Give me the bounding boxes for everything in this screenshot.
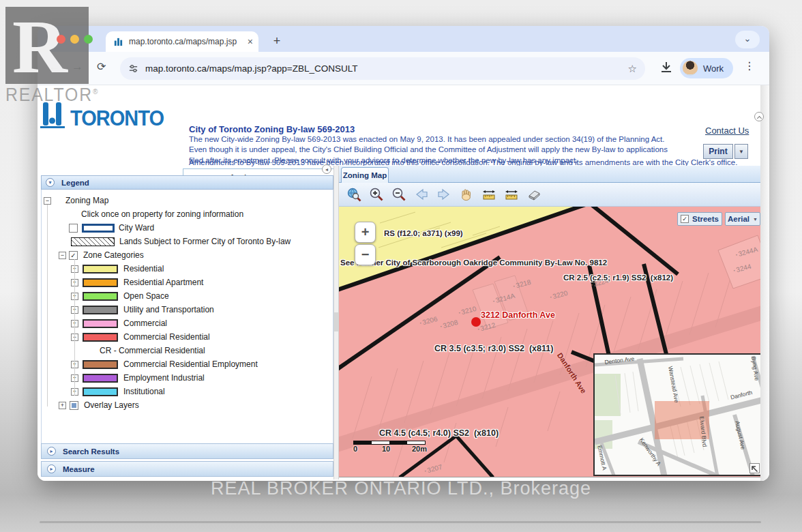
url-text[interactable]: map.toronto.ca/maps/map.jsp?app=ZBL_CONS… [145,63,628,74]
browser-tab[interactable]: map.toronto.ca/maps/map.jsp × [106,31,258,52]
site-favicon [113,37,123,47]
inset-resize-icon[interactable] [749,463,760,473]
traffic-light-maximize[interactable] [84,35,93,44]
expand-expander-icon[interactable]: + [59,402,66,409]
scale-end: 20m [412,445,427,453]
tree-label: Residential Apartment [123,278,203,287]
streets-toggle[interactable]: ✓ Streets [677,212,722,226]
address-bar[interactable]: map.toronto.ca/maps/map.jsp?app=ZBL_CONS… [120,57,645,80]
tree-item-zone[interactable]: + Commercial [42,316,333,330]
map-viewport[interactable]: RS (f12.0; a371) (x99) See Former City o… [339,207,760,477]
measure-panel-header[interactable]: ▸ Measure [41,461,333,477]
zoom-in-tool-icon[interactable] [368,186,385,203]
overlay-layers-checkbox[interactable] [70,401,78,410]
tree-item-overlay-layers[interactable]: + Overlay Layers [42,398,333,412]
tree-item-hint: Click once on property for zoning inform… [42,207,333,221]
search-results-expand-icon[interactable]: ▸ [47,447,56,456]
property-marker-dot [471,317,481,327]
panel-splitter[interactable] [333,166,339,479]
city-ward-checkbox[interactable] [69,224,78,233]
map-toolbar [339,183,760,207]
next-extent-icon[interactable] [436,186,452,203]
tree-item-zone-categories[interactable]: − ✓ Zone Categories [42,248,333,262]
print-button[interactable]: Print ▼ [703,144,748,159]
measure-expand-icon[interactable]: ▸ [47,464,56,473]
bookmark-star-icon[interactable]: ☆ [628,63,637,75]
traffic-light-close[interactable] [57,35,65,44]
tree-label: Open Space [123,291,169,301]
site-info-icon[interactable] [128,63,138,74]
collapse-header-icon[interactable] [754,112,764,121]
pan-hand-icon[interactable] [458,186,475,203]
tree-item-zone[interactable]: − Commercial Residential [42,330,333,344]
page-content: TORONTO City of Toronto Zoning By-law 56… [38,85,769,481]
tree-connector [47,205,48,407]
zone-label-cr35: CR 3.5 (c3.5; r3.0) SS2 (x811) [434,344,553,353]
previous-extent-icon[interactable] [413,186,430,203]
aerial-dropdown[interactable]: Aerial ▼ [725,212,760,226]
tree-item-cr-child[interactable]: CR - Commercial Residential [42,344,333,357]
legend-collapse-icon[interactable]: ▾ [46,178,55,187]
print-label[interactable]: Print [703,144,733,159]
inset-canvas [595,355,760,476]
tree-label: Commercial Residential Employment [123,359,258,369]
browser-profile-button[interactable]: Work [680,58,733,78]
tree-item-zone[interactable]: + Residential [42,262,333,276]
map-tab-bar: Zoning Map [339,166,760,183]
reload-icon[interactable]: ⟳ [97,60,106,73]
splitter-collapse-icon[interactable]: ◂ [322,164,331,174]
contact-us-link[interactable]: Contact Us [705,125,749,136]
tab-close-icon[interactable]: × [248,36,253,47]
map-zoom-out-button[interactable]: − [355,244,376,265]
city-ward-swatch [82,224,115,233]
traffic-light-minimize[interactable] [70,35,79,44]
measure-area-icon[interactable] [503,186,520,203]
tree-label: Lands Subject to Former City of Toronto … [119,237,291,246]
realtor-word: REALTOR [5,85,93,105]
download-icon[interactable] [659,61,673,74]
tree-item-zone[interactable]: + Residential Apartment [42,276,333,289]
eraser-icon[interactable] [526,186,542,203]
tree-item-zoning-map[interactable]: − Zoning Map [42,194,333,207]
tree-label: City Ward [119,223,154,233]
tree-label: Residential [123,264,164,274]
registered-symbol: ® [93,87,99,95]
map-zoom-in-button[interactable]: + [355,222,376,243]
tree-label: Overlay Layers [84,400,139,410]
search-results-panel-header[interactable]: ▸ Search Results [41,443,333,459]
print-dropdown-icon[interactable]: ▼ [734,144,748,159]
measure-distance-icon[interactable] [481,186,497,203]
zone-swatch [83,306,118,314]
measure-label: Measure [63,465,95,473]
tab-search-chevron-icon[interactable]: ⌄ [735,31,760,48]
profile-label: Work [703,63,724,74]
zone-categories-checkbox[interactable]: ✓ [69,251,78,260]
tree-item-zone[interactable]: + Employment Industrial [42,371,333,385]
tree-label: Zone Categories [83,250,144,260]
tree-item-zone[interactable]: + Utility and Transportation [42,303,333,316]
collapse-expander-icon[interactable]: − [59,252,66,259]
browser-window: map.toronto.ca/maps/map.jsp × + ⌄ ← → ⟳ … [38,26,769,481]
overview-inset-map[interactable]: Denton Ave Wanstead Ave Byng Ave Danfort… [593,353,760,476]
zoom-out-tool-icon[interactable] [391,186,407,203]
tree-item-city-ward[interactable]: City Ward [42,221,333,235]
browser-menu-icon[interactable]: ⋮ [744,59,755,72]
streets-checkbox[interactable]: ✓ [681,215,689,223]
tree-label: Commercial Residential [123,332,210,342]
tree-item-zone[interactable]: + Commercial Residential Employment [42,357,333,371]
browser-tab-strip: map.toronto.ca/maps/map.jsp × + ⌄ [38,26,769,52]
collapse-expander-icon[interactable]: − [44,197,51,205]
page-title: City of Toronto Zoning By-law 569-2013 [189,124,355,134]
full-extent-icon[interactable] [346,186,362,203]
tree-item-zone[interactable]: + Open Space [42,289,333,303]
zone-swatch [83,360,118,369]
splitter-handle[interactable] [334,312,338,331]
new-tab-button[interactable]: + [268,32,286,50]
zone-swatch [83,387,118,396]
tree-item-zone[interactable]: + Institutional [42,385,333,398]
zone-swatch [83,292,118,301]
zoning-map-tab[interactable]: Zoning Map [341,167,389,183]
scale-bar: 0 10 20m [353,441,426,454]
tree-connector [74,259,75,396]
legend-panel-header[interactable]: ▾ Legend [41,175,333,190]
